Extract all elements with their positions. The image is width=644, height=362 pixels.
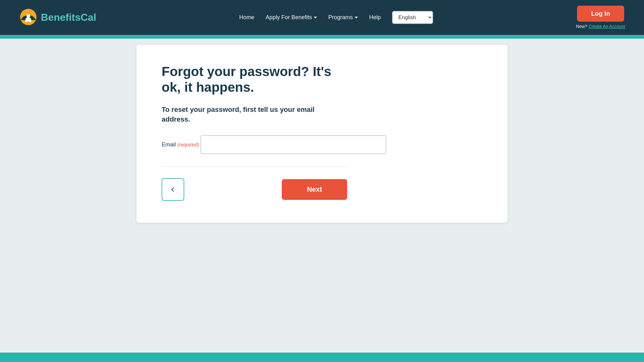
email-input[interactable] — [201, 135, 386, 154]
page-title: Forgot your password? It's ok, it happen… — [162, 64, 350, 96]
back-button[interactable] — [162, 178, 184, 201]
svg-point-5 — [28, 16, 29, 18]
nav-help[interactable]: Help — [369, 14, 381, 21]
button-row: Next — [162, 178, 347, 201]
nav-apply[interactable]: Apply For Benefits — [266, 14, 317, 21]
header: BenefitsCal Home Apply For Benefits Prog… — [0, 0, 644, 35]
svg-point-3 — [26, 14, 28, 15]
login-button[interactable]: Log In — [577, 6, 624, 22]
main-content: Forgot your password? It's ok, it happen… — [0, 39, 644, 353]
required-badge: (required) — [177, 142, 199, 147]
page-subtitle: To reset your password, first tell us yo… — [162, 105, 335, 124]
programs-chevron-icon — [355, 17, 358, 19]
content-wrapper: Forgot your password? It's ok, it happen… — [118, 39, 526, 235]
form-card: Forgot your password? It's ok, it happen… — [136, 45, 508, 223]
teal-accent-bar — [0, 35, 644, 39]
logo-text: BenefitsCal — [41, 12, 96, 23]
create-account-area: New? Create An Account — [576, 24, 625, 29]
header-right: Log In New? Create An Account — [576, 6, 625, 29]
email-label: Email (required) — [162, 141, 201, 148]
apply-chevron-icon — [314, 17, 317, 19]
nav-programs[interactable]: Programs — [328, 14, 358, 21]
logo: BenefitsCal — [19, 8, 96, 27]
bottom-teal-bar — [0, 353, 644, 362]
chevron-left-icon — [171, 187, 176, 192]
main-nav: Home Apply For Benefits Programs Help En… — [239, 11, 433, 24]
email-field-group: Email (required) — [162, 135, 482, 154]
logo-icon — [19, 8, 38, 27]
next-button[interactable]: Next — [282, 179, 347, 200]
divider — [162, 167, 347, 167]
create-account-link[interactable]: Create An Account — [589, 24, 625, 29]
language-selector[interactable]: English Español 中文 Tiếng Việt 한국어 Tagalo… — [392, 11, 433, 24]
nav-home[interactable]: Home — [239, 14, 254, 21]
svg-point-4 — [29, 14, 30, 15]
